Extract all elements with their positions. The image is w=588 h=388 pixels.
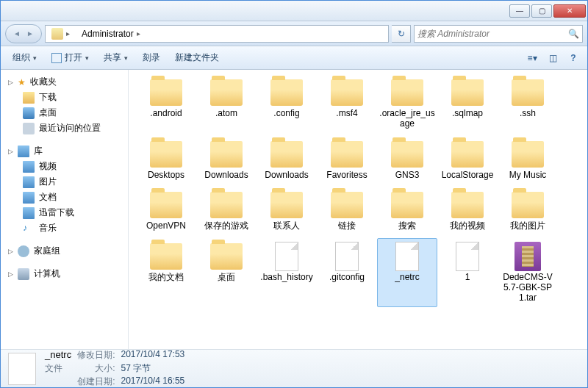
crumb-label: Administrator [82, 29, 134, 39]
file-item[interactable]: 我的图片 [498, 187, 558, 235]
file-item-label: GNS3 [395, 170, 420, 181]
back-icon: ◄ [13, 29, 21, 37]
file-item[interactable]: 保存的游戏 [196, 187, 257, 235]
file-item-label: .msf4 [336, 109, 357, 119]
sidebar-item-recent[interactable]: 最近访问的位置 [1, 121, 128, 136]
folder-icon [210, 192, 243, 218]
open-menu[interactable]: 打开▾ [46, 48, 95, 67]
file-item-label: .config [273, 109, 299, 119]
details-size-value: 57 字节 [121, 362, 184, 375]
crumb-root[interactable]: ▸ [46, 26, 76, 42]
file-item-label: 保存的游戏 [204, 221, 248, 231]
file-item[interactable]: .oracle_jre_usage [377, 74, 437, 133]
crumb-administrator[interactable]: Administrator ▸ [76, 26, 146, 42]
folder-icon [451, 79, 484, 106]
file-item[interactable]: OpenVPN [136, 187, 196, 235]
sidebar-computer-header[interactable]: ▷计算机 [1, 266, 128, 281]
address-bar[interactable]: ▸ Administrator ▸ [45, 25, 389, 43]
organize-menu[interactable]: 组织▾ [7, 48, 43, 67]
minimize-button[interactable]: — [509, 4, 530, 18]
file-item[interactable]: DedeCMS-V5.7-GBK-SP1.tar [498, 238, 558, 306]
file-item[interactable]: .bash_history [257, 238, 317, 306]
file-item[interactable]: Downloads [257, 136, 317, 184]
toolbar: 组织▾ 打开▾ 共享▾ 刻录 新建文件夹 ≡▾ ◫ ? [1, 46, 587, 70]
sidebar-item-documents[interactable]: 文档 [1, 190, 128, 205]
chevron-right-icon: ▸ [66, 29, 70, 37]
nav-pane[interactable]: ▷★收藏夹 下载 桌面 最近访问的位置 ▷库 视频 图片 文档 迅雷下载 ♪音乐… [1, 70, 129, 349]
folder-icon [150, 243, 182, 270]
folder-icon [512, 79, 544, 106]
document-icon [23, 192, 35, 204]
sidebar-item-videos[interactable]: 视频 [1, 159, 128, 174]
file-item[interactable]: 我的视频 [437, 187, 498, 235]
file-item[interactable]: Downloads [196, 136, 257, 184]
file-item[interactable]: My Music [498, 136, 558, 184]
details-created-value: 2017/10/4 16:55 [121, 376, 184, 388]
file-item-label: .atom [215, 109, 237, 119]
folder-icon [331, 141, 363, 168]
file-item-label: 1 [465, 273, 470, 283]
recent-icon [23, 123, 35, 134]
file-item[interactable]: LocalStorage [437, 136, 498, 184]
sidebar-homegroup-header[interactable]: ▷家庭组 [1, 243, 128, 259]
file-item[interactable]: .ssh [498, 74, 558, 133]
sidebar-item-downloads[interactable]: 下载 [1, 90, 128, 105]
file-list[interactable]: .android.atom.config.msf4.oracle_jre_usa… [129, 70, 587, 349]
refresh-icon: ↻ [398, 29, 405, 39]
file-item[interactable]: 桌面 [196, 238, 257, 306]
share-menu[interactable]: 共享▾ [98, 48, 134, 67]
file-item[interactable]: .sqlmap [437, 74, 498, 133]
file-item-label: .bash_history [260, 273, 312, 283]
details-size-label: 大小: [77, 362, 115, 375]
file-item[interactable]: Favoritess [317, 136, 377, 184]
file-item-label: LocalStorage [442, 170, 494, 181]
file-item[interactable]: .atom [196, 74, 257, 133]
file-item[interactable]: 联系人 [257, 187, 317, 235]
preview-pane-button[interactable]: ◫ [545, 50, 561, 66]
file-item[interactable]: 搜索 [377, 187, 437, 235]
folder-icon [270, 79, 303, 106]
sidebar-item-music[interactable]: ♪音乐 [1, 220, 128, 236]
view-options-button[interactable]: ≡▾ [524, 50, 540, 66]
nav-back-forward[interactable]: ◄ ► [5, 24, 42, 43]
file-item[interactable]: 1 [437, 238, 498, 306]
file-item[interactable]: 我的文档 [136, 238, 196, 306]
file-item[interactable]: .android [136, 74, 196, 133]
sidebar-libraries-header[interactable]: ▷库 [1, 143, 128, 159]
file-item-label: 桌面 [218, 273, 235, 283]
file-item[interactable]: .msf4 [317, 74, 377, 133]
file-item[interactable]: .config [257, 74, 317, 133]
window-titlebar: — ▢ ✕ [1, 1, 587, 21]
sidebar-item-desktop[interactable]: 桌面 [1, 105, 128, 121]
refresh-button[interactable]: ↻ [392, 25, 411, 43]
close-button[interactable]: ✕ [553, 4, 586, 18]
file-item-label: _netrc [395, 273, 419, 283]
burn-button[interactable]: 刻录 [137, 48, 166, 67]
chevron-down-icon: ▾ [85, 54, 89, 62]
file-item[interactable]: .gitconfig [317, 238, 377, 306]
details-thumbnail [8, 353, 36, 385]
file-item[interactable]: GNS3 [377, 136, 437, 184]
file-item[interactable]: 链接 [317, 187, 377, 235]
maximize-button[interactable]: ▢ [531, 4, 552, 18]
search-input[interactable] [417, 29, 568, 39]
search-box[interactable]: 🔍 [414, 25, 583, 43]
details-pane: _netrc 修改日期: 2017/10/4 17:53 文件 大小: 57 字… [1, 349, 587, 387]
file-item-label: .ssh [520, 109, 536, 119]
sidebar-item-pictures[interactable]: 图片 [1, 174, 128, 190]
file-icon [275, 242, 298, 271]
folder-icon [512, 141, 544, 168]
folder-icon [23, 92, 35, 104]
download-icon [23, 207, 35, 219]
folder-icon [451, 192, 484, 218]
help-button[interactable]: ? [565, 50, 581, 66]
details-modified-value: 2017/10/4 17:53 [121, 349, 184, 362]
forward-icon: ► [26, 29, 34, 37]
file-item[interactable]: Desktops [136, 136, 196, 184]
file-item-label: .gitconfig [329, 273, 365, 283]
sidebar-item-xunlei[interactable]: 迅雷下载 [1, 205, 128, 220]
sidebar-favorites-header[interactable]: ▷★收藏夹 [1, 74, 128, 90]
new-folder-button[interactable]: 新建文件夹 [169, 48, 225, 67]
details-modified-label: 修改日期: [77, 349, 115, 362]
file-item[interactable]: _netrc [377, 238, 437, 306]
